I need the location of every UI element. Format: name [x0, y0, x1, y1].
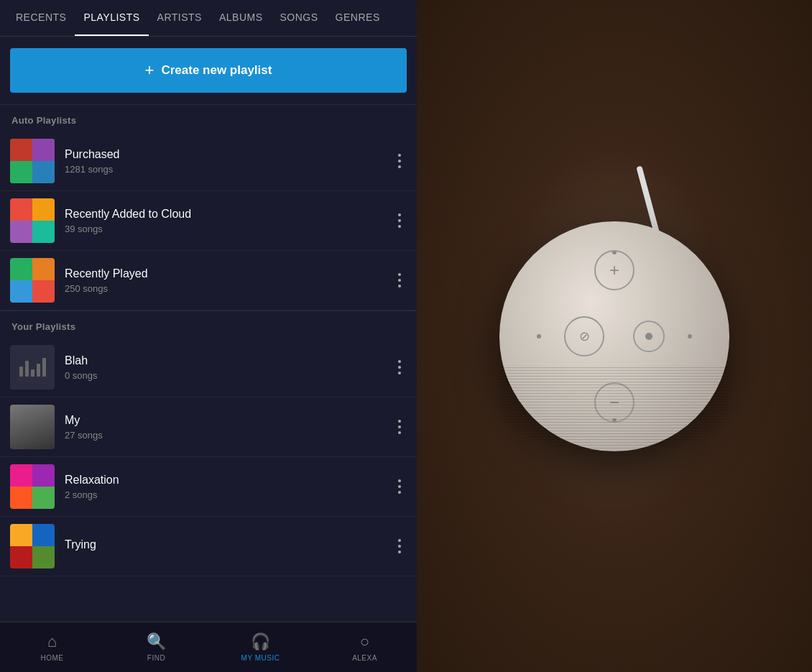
mute-icon: ⊘ [579, 328, 590, 344]
playlist-count-recently-added: 39 songs [65, 224, 392, 234]
create-playlist-label: Create new playlist [161, 63, 272, 78]
playlist-info-blah: Blah 0 songs [55, 354, 392, 381]
playlist-thumb-my [10, 405, 55, 449]
right-panel: + ⊘ − [417, 0, 812, 672]
create-playlist-button[interactable]: + Create new playlist [10, 48, 407, 93]
playlist-item-my[interactable]: My 27 songs [0, 397, 417, 457]
plus-symbol: + [609, 260, 619, 280]
find-icon: 🔍 [147, 632, 166, 651]
left-panel: RECENTS PLAYLISTS ARTISTS ALBUMS SONGS G… [0, 0, 417, 672]
playlist-thumb-relaxation [10, 464, 55, 509]
playlist-item-recently-added[interactable]: Recently Added to Cloud 39 songs [0, 191, 417, 251]
nav-songs[interactable]: SONGS [272, 0, 327, 36]
bottom-nav-find[interactable]: 🔍 FIND [104, 622, 208, 672]
playlist-name-recently-added: Recently Added to Cloud [65, 208, 392, 221]
speaker-grille [499, 365, 729, 451]
playlist-name-purchased: Purchased [65, 148, 392, 161]
speaker-action-button[interactable] [633, 321, 665, 352]
nav-albums[interactable]: ALBUMS [211, 0, 272, 36]
nav-recents[interactable]: RECENTS [7, 0, 75, 36]
playlist-count-blah: 0 songs [65, 370, 392, 381]
music-bars-icon [19, 358, 46, 377]
action-dot-icon [645, 333, 652, 340]
speaker-right-dot [688, 334, 692, 339]
speaker-left-dot [537, 334, 541, 339]
playlist-menu-recently-played[interactable] [392, 267, 407, 293]
auto-playlists-header: Auto Playlists [0, 104, 417, 132]
bottom-nav: ⌂ HOME 🔍 FIND 🎧 MY MUSIC ○ ALEXA [0, 622, 417, 672]
playlist-item-trying[interactable]: Trying [0, 517, 417, 576]
nav-genres[interactable]: GENRES [327, 0, 389, 36]
your-playlists-header: Your Playlists [0, 310, 417, 338]
playlist-info-recently-played: Recently Played 250 songs [55, 267, 392, 294]
playlist-menu-my[interactable] [392, 414, 407, 440]
playlist-info-recently-added: Recently Added to Cloud 39 songs [55, 208, 392, 234]
playlist-info-my: My 27 songs [55, 414, 392, 441]
speaker-volume-up-button[interactable]: + [594, 250, 635, 290]
playlist-thumb-blah [10, 345, 55, 390]
speaker-mute-button[interactable]: ⊘ [564, 316, 604, 356]
alexa-icon: ○ [360, 632, 369, 651]
mymusic-icon: 🎧 [251, 632, 270, 651]
bottom-nav-home[interactable]: ⌂ HOME [0, 622, 104, 672]
playlist-count-purchased: 1281 songs [65, 164, 392, 175]
playlist-name-blah: Blah [65, 354, 392, 367]
speaker-assembly: + ⊘ − [499, 221, 729, 451]
playlist-thumb-trying [10, 524, 55, 569]
home-label: HOME [41, 654, 64, 662]
speaker-center-row: ⊘ [564, 316, 665, 356]
playlist-menu-recently-added[interactable] [392, 208, 407, 234]
nav-playlists[interactable]: PLAYLISTS [75, 0, 148, 36]
playlist-thumb-recently-added [10, 198, 55, 243]
playlist-name-relaxation: Relaxation [65, 474, 392, 487]
find-label: FIND [147, 654, 165, 662]
mymusic-label: MY MUSIC [241, 654, 280, 662]
bottom-nav-mymusic[interactable]: 🎧 MY MUSIC [208, 622, 313, 672]
playlist-info-relaxation: Relaxation 2 songs [55, 474, 392, 500]
playlist-menu-relaxation[interactable] [392, 474, 407, 500]
playlist-menu-blah[interactable] [392, 354, 407, 380]
playlist-count-my: 27 songs [65, 430, 392, 441]
playlist-name-my: My [65, 414, 392, 427]
playlist-item-blah[interactable]: Blah 0 songs [0, 338, 417, 397]
speaker-body: + ⊘ − [499, 221, 729, 451]
playlist-item-purchased[interactable]: Purchased 1281 songs [0, 132, 417, 191]
playlist-menu-trying[interactable] [392, 533, 407, 559]
playlist-thumb-recently-played [10, 258, 55, 303]
alexa-label: ALEXA [352, 654, 377, 662]
playlist-menu-purchased[interactable] [392, 148, 407, 174]
speaker-background: + ⊘ − [417, 0, 812, 672]
nav-artists[interactable]: ARTISTS [149, 0, 211, 36]
playlist-count-recently-played: 250 songs [65, 283, 392, 294]
playlist-name-recently-played: Recently Played [65, 267, 392, 280]
home-icon: ⌂ [47, 632, 57, 651]
playlist-scroll: + Create new playlist Auto Playlists Pur… [0, 37, 417, 622]
plus-icon: + [145, 61, 154, 80]
playlist-count-relaxation: 2 songs [65, 489, 392, 500]
playlist-info-trying: Trying [55, 538, 392, 554]
bottom-nav-alexa[interactable]: ○ ALEXA [313, 622, 417, 672]
top-nav: RECENTS PLAYLISTS ARTISTS ALBUMS SONGS G… [0, 0, 417, 37]
playlist-item-recently-played[interactable]: Recently Played 250 songs [0, 251, 417, 310]
playlist-thumb-purchased [10, 139, 55, 183]
playlist-item-relaxation[interactable]: Relaxation 2 songs [0, 457, 417, 517]
playlist-name-trying: Trying [65, 538, 392, 551]
playlist-info-purchased: Purchased 1281 songs [55, 148, 392, 175]
